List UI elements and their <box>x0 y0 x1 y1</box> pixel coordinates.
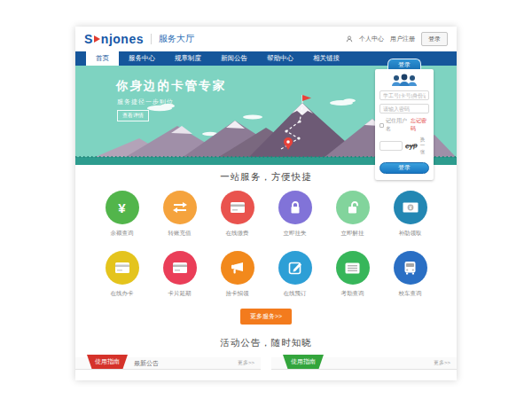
service-item-school-bus[interactable]: 校车查询 <box>381 251 439 298</box>
captcha-refresh-link[interactable]: 换一张 <box>420 137 429 155</box>
megaphone-icon <box>221 251 254 285</box>
nav-item-home[interactable]: 首页 <box>86 51 119 66</box>
more-services-button[interactable]: 更多服务>> <box>240 309 292 325</box>
site-name: 服务大厅 <box>159 33 194 45</box>
service-label: 在线预订 <box>284 290 307 298</box>
transfer-icon <box>163 191 197 224</box>
login-panel-body: 记住用户名 忘记密码 cyp 换一张 登录 <box>375 69 434 180</box>
forgot-password-link[interactable]: 忘记密码 <box>411 117 429 133</box>
hero-headline: 你身边的卡管专家 <box>116 78 226 94</box>
service-label: 转账充值 <box>168 230 192 238</box>
page: S njones 服务大厅 个人中心 用户注册 登录 首页 服务中心 规章制度 … <box>75 27 457 380</box>
nav-item-service-center[interactable]: 服务中心 <box>119 51 165 66</box>
service-item-balance[interactable]: ¥ 余额查询 <box>93 191 151 238</box>
lock-icon <box>278 191 312 224</box>
login-submit-button[interactable]: 登录 <box>379 162 429 174</box>
announcement-tabs: 使用指南 最新公告 更多>> 使用指南 更多>> <box>75 357 457 370</box>
tab-usage-guide-right[interactable]: 使用指南 <box>283 355 324 369</box>
remember-checkbox[interactable] <box>379 123 384 128</box>
service-label: 余额查询 <box>111 230 134 238</box>
guide-tab-group-right: 使用指南 更多>> <box>271 357 457 370</box>
card-icon <box>221 191 254 224</box>
service-item-payment[interactable]: 在线缴费 <box>208 191 266 238</box>
service-label: 考勤查询 <box>341 290 364 298</box>
yuan-icon: ¥ <box>106 191 139 224</box>
remember-row: 记住用户名 忘记密码 <box>379 117 429 133</box>
service-item-booking[interactable]: 在线预订 <box>266 251 324 298</box>
services-grid: ¥ 余额查询 转账充值 在线缴费 立即挂失 <box>75 184 457 298</box>
user-center-link[interactable]: 个人中心 <box>359 35 384 43</box>
service-item-subsidy[interactable]: ¥ 补助领取 <box>381 191 439 238</box>
service-label: 校车查询 <box>399 290 422 298</box>
nav-item-help-center[interactable]: 帮助中心 <box>257 51 303 66</box>
users-group-icon <box>389 74 419 87</box>
service-item-card-renewal[interactable]: 卡片延期 <box>151 251 208 298</box>
service-label: 立即解挂 <box>341 230 364 238</box>
remember-label: 记住用户名 <box>386 117 409 133</box>
nav-item-rules[interactable]: 规章制度 <box>165 51 211 66</box>
service-item-apply-card[interactable]: 在线办卡 <box>93 251 151 298</box>
register-link[interactable]: 用户注册 <box>390 35 415 43</box>
password-input[interactable] <box>379 104 429 113</box>
captcha-input[interactable] <box>379 141 403 151</box>
services-section: 一站服务，方便快捷 ¥ 余额查询 转账充值 在线缴费 <box>75 165 457 325</box>
service-item-report-loss[interactable]: 立即挂失 <box>266 191 324 238</box>
service-label: 卡片延期 <box>168 290 192 298</box>
announcements-title: 活动公告，随时知晓 <box>75 337 457 349</box>
hero-cta-button[interactable]: 查看详情 <box>117 110 149 121</box>
nav-item-links[interactable]: 相关链接 <box>303 51 349 66</box>
banknote-icon: ¥ <box>394 191 427 224</box>
login-tab[interactable]: 登录 <box>387 59 421 69</box>
header-login-button[interactable]: 登录 <box>421 32 448 46</box>
tab-latest-news[interactable]: 最新公告 <box>134 359 159 368</box>
login-panel: 登录 记住用户名 忘记密码 cyp 换一张 登录 <box>375 59 434 180</box>
card-icon <box>106 251 139 285</box>
unlock-icon <box>336 191 370 224</box>
service-label: 拾卡招领 <box>226 290 249 298</box>
logo-arrow-icon <box>94 35 100 43</box>
service-label: 立即挂失 <box>284 230 307 238</box>
service-item-transfer[interactable]: 转账充值 <box>151 191 208 238</box>
header-right: 个人中心 用户注册 登录 <box>346 32 448 46</box>
hero-subtitle: 服务捷径一步到位 <box>117 98 174 106</box>
announcements-section: 活动公告，随时知晓 使用指南 最新公告 更多>> 使用指南 更多>> <box>75 325 457 380</box>
service-label: 在线缴费 <box>226 230 249 238</box>
more-link-right[interactable]: 更多>> <box>434 359 450 367</box>
edit-icon <box>278 251 312 285</box>
bus-icon <box>394 251 427 285</box>
header: S njones 服务大厅 个人中心 用户注册 登录 <box>75 27 457 51</box>
account-input[interactable] <box>379 90 429 100</box>
logo-text-prefix: S <box>84 32 93 46</box>
more-link-left[interactable]: 更多>> <box>238 359 254 367</box>
captcha-image: cyp <box>405 141 419 150</box>
header-divider <box>151 34 152 44</box>
captcha-row: cyp 换一张 <box>379 137 429 155</box>
list-icon <box>336 251 370 285</box>
user-icon <box>346 35 353 43</box>
nav-item-news[interactable]: 新闻公告 <box>211 51 257 66</box>
logo-text-suffix: njones <box>101 32 144 46</box>
service-label: 在线办卡 <box>111 290 134 298</box>
tab-usage-guide-left[interactable]: 使用指南 <box>87 355 128 369</box>
service-item-found-card[interactable]: 拾卡招领 <box>208 251 266 298</box>
guide-tab-group: 使用指南 最新公告 更多>> <box>75 357 261 370</box>
logo: S njones <box>84 32 144 46</box>
service-item-unlock[interactable]: 立即解挂 <box>324 191 381 238</box>
service-label: 补助领取 <box>399 230 422 238</box>
service-item-attendance[interactable]: 考勤查询 <box>324 251 381 298</box>
card-icon <box>163 251 197 285</box>
